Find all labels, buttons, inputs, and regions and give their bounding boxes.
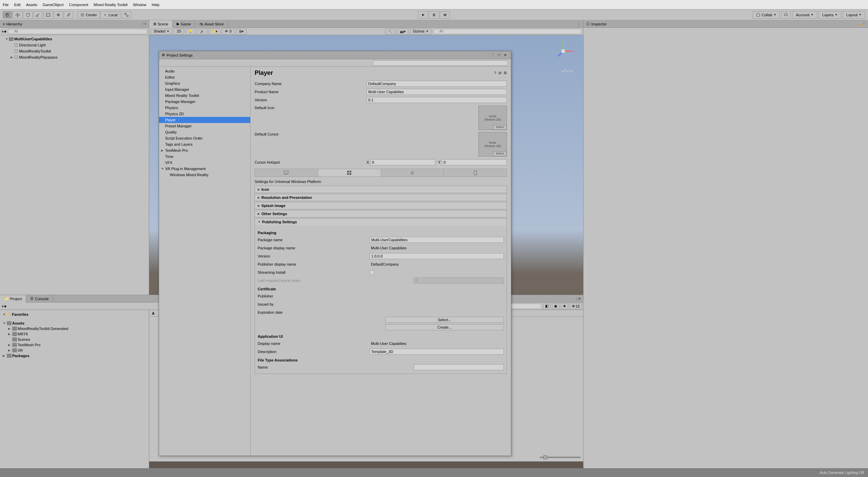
step-button[interactable]: [440, 11, 450, 19]
project-filter-3[interactable]: ★: [561, 303, 568, 309]
cat-physics[interactable]: Physics: [159, 105, 250, 111]
lighting-status[interactable]: Auto Generate Lighting Off: [820, 471, 864, 475]
cat-vfx[interactable]: VFX: [159, 160, 250, 166]
assets-folder[interactable]: ▼Assets: [0, 320, 149, 326]
menu-help[interactable]: Help: [152, 3, 160, 7]
hierarchy-search[interactable]: [8, 29, 147, 34]
scene-search[interactable]: [433, 29, 582, 34]
pause-button[interactable]: [429, 11, 439, 19]
cat-mrtk[interactable]: Mixed Reality Toolkit: [159, 92, 250, 99]
preset-icon[interactable]: ⇄: [498, 71, 501, 75]
cert-select-btn[interactable]: Select...: [385, 317, 504, 323]
cursor-x-input[interactable]: [370, 159, 435, 165]
cat-script-order[interactable]: Script Execution Order: [159, 135, 250, 141]
folder-scenes[interactable]: Scenes: [0, 337, 149, 342]
hierarchy-tab[interactable]: ≡ Hierarchy ⋮≡: [0, 20, 149, 28]
favorites-header[interactable]: ▼★Favorites: [0, 311, 149, 317]
project-filter-2[interactable]: ◉: [552, 303, 559, 309]
foldout-resolution[interactable]: ▶Resolution and Presentation: [255, 194, 507, 201]
folder-tmp[interactable]: ▶TextMesh Pro: [0, 342, 149, 348]
pivot-center[interactable]: Center: [77, 11, 100, 19]
grid-toggle[interactable]: ⊞▾: [236, 28, 246, 35]
settings-close[interactable]: ✕: [502, 53, 508, 58]
cat-audio[interactable]: Audio: [159, 68, 250, 74]
lighting-toggle[interactable]: 💡: [185, 28, 196, 35]
cursor-y-input[interactable]: [442, 159, 507, 165]
tab-menu-icon[interactable]: ⋮: [574, 22, 583, 26]
camera-toggle[interactable]: 📷▾: [397, 28, 409, 35]
pkg-version-input[interactable]: [370, 253, 504, 259]
bottom-menu-icon[interactable]: ⋮≡: [572, 297, 583, 300]
gizmos-dropdown[interactable]: Gizmos▼: [410, 28, 432, 35]
platform-android[interactable]: [381, 169, 444, 177]
shading-mode[interactable]: Shaded▼: [151, 28, 172, 35]
cat-tmp[interactable]: ▶TextMesh Pro: [159, 147, 250, 153]
default-cursor-slot[interactable]: None (Texture 2D) Select: [478, 132, 507, 157]
menu-file[interactable]: File: [3, 3, 9, 7]
settings-search-input[interactable]: [373, 60, 508, 66]
tab-console[interactable]: ☰Console: [26, 295, 53, 303]
fileassoc-name-input[interactable]: [414, 364, 504, 370]
orientation-gizmo[interactable]: y x: [551, 39, 575, 63]
pkg-name-input[interactable]: [370, 237, 504, 243]
folder-xr[interactable]: ▶XR: [0, 348, 149, 353]
folder-mrtk[interactable]: ▶MRTK: [0, 331, 149, 337]
foldout-publishing[interactable]: ▼Publishing Settings: [255, 218, 507, 225]
thumbnail-slider[interactable]: [540, 455, 580, 460]
foldout-other[interactable]: ▶Other Settings: [255, 210, 507, 217]
rotate-tool[interactable]: [23, 11, 33, 19]
tab-game[interactable]: ▶Game: [173, 20, 195, 28]
menu-gameobject[interactable]: GameObject: [43, 3, 64, 7]
custom-tool[interactable]: [64, 11, 73, 19]
cat-package[interactable]: Package Manager: [159, 99, 250, 105]
move-tool[interactable]: [13, 11, 22, 19]
layout-dropdown[interactable]: Layout▼: [843, 11, 865, 19]
layers-dropdown[interactable]: Layers▼: [818, 11, 841, 19]
cat-preset[interactable]: Preset Manager: [159, 123, 250, 129]
rect-tool[interactable]: [43, 11, 53, 19]
play-button[interactable]: [418, 11, 428, 19]
tools-toggle[interactable]: 🔧: [385, 28, 395, 35]
snap-toggle[interactable]: [122, 11, 131, 19]
product-input[interactable]: [367, 89, 507, 95]
tab-asset-store[interactable]: 🛍Asset Store: [195, 20, 228, 28]
cat-physics2d[interactable]: Physics 2D: [159, 111, 250, 117]
appui-desc-input[interactable]: [370, 349, 504, 355]
menu-mrtk[interactable]: Mixed Reality Toolkit: [94, 3, 127, 7]
packages-folder[interactable]: ▶Packages: [0, 353, 149, 358]
cat-quality[interactable]: Quality: [159, 129, 250, 135]
hidden-toggle[interactable]: 👁0: [222, 28, 235, 35]
company-input[interactable]: [367, 81, 507, 87]
folder-mrtk-gen[interactable]: ▶MixedRealityToolkit.Generated: [0, 326, 149, 331]
foldout-splash[interactable]: ▶Splash Image: [255, 202, 507, 209]
cat-player[interactable]: Player: [159, 117, 250, 123]
cert-create-btn[interactable]: Create...: [385, 324, 504, 330]
inspector-lock-icon[interactable]: 🔒 ⋮: [859, 22, 865, 25]
scene-root[interactable]: ▼ MultiUserCapabilities: [0, 36, 149, 42]
cat-graphics[interactable]: Graphics: [159, 80, 250, 86]
version-input[interactable]: [367, 97, 507, 103]
transform-tool[interactable]: [54, 11, 63, 19]
menu-component[interactable]: Component: [69, 3, 88, 7]
project-filter-1[interactable]: ◧: [543, 303, 551, 309]
tab-project[interactable]: 📁Project: [0, 295, 26, 303]
cat-xr[interactable]: ▼XR Plug-in Management: [159, 166, 250, 172]
cat-editor[interactable]: Editor: [159, 74, 250, 80]
settings-gear-icon[interactable]: ⚙: [504, 71, 507, 75]
fx-toggle[interactable]: ✨▾: [209, 28, 220, 35]
create-dropdown-project[interactable]: +▾: [1, 304, 6, 309]
cat-time[interactable]: Time: [159, 153, 250, 160]
platform-standalone[interactable]: [255, 169, 318, 177]
streaming-checkbox[interactable]: [370, 270, 374, 275]
cloud-button[interactable]: [781, 11, 791, 19]
foldout-icon[interactable]: ▶Icon: [255, 186, 507, 193]
cat-xr-wmr[interactable]: Windows Mixed Reality: [159, 172, 250, 178]
account-dropdown[interactable]: Account▼: [792, 11, 817, 19]
help-icon[interactable]: ?: [494, 71, 496, 75]
menu-window[interactable]: Window: [133, 3, 146, 7]
audio-toggle[interactable]: 🔊: [197, 28, 207, 35]
settings-titlebar[interactable]: ⚙Project Settings ⋮ □ ✕: [159, 51, 511, 59]
scale-tool[interactable]: [33, 11, 43, 19]
pivot-local[interactable]: Local: [100, 11, 120, 19]
collab-dropdown[interactable]: Collab▼: [752, 11, 780, 19]
